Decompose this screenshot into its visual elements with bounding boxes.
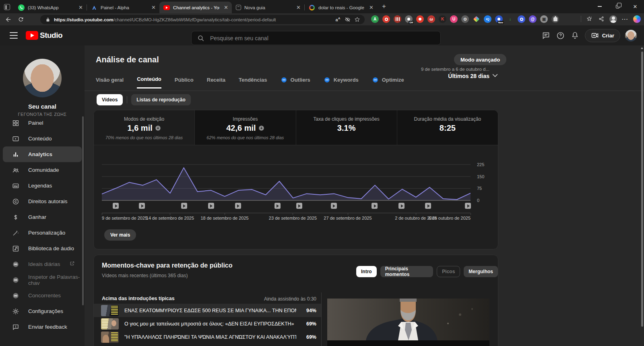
video-upload-marker-icon[interactable]	[275, 203, 281, 209]
metric-card[interactable]: Taxa de cliques de impressões3.1%	[296, 110, 397, 145]
tab-visao-geral[interactable]: Visão geral	[96, 76, 124, 89]
ext-flag-new-icon[interactable]: New	[495, 15, 503, 23]
minimize-button[interactable]	[591, 0, 609, 13]
metric-card[interactable]: Modos de exibição1,6 mil70% menos do que…	[94, 110, 195, 145]
ext-vidiq-icon[interactable]: iQ	[484, 15, 491, 23]
ext-gray-gear-icon[interactable]: ⊙	[461, 15, 469, 23]
sidebar-item-ideais-diarias[interactable]: Ideais diárias	[0, 256, 85, 272]
tab-close-icon[interactable]: ✕	[150, 4, 157, 11]
translate-icon[interactable]: aA	[334, 16, 341, 23]
tab-conteudo[interactable]: Conteúdo	[137, 76, 161, 89]
video-upload-marker-icon[interactable]	[208, 203, 214, 209]
chip-videos[interactable]: Vídeos	[97, 94, 123, 105]
sidebar-item-configuracoes[interactable]: Configurações	[0, 303, 85, 319]
video-upload-marker-icon[interactable]	[372, 203, 378, 209]
tab-receita[interactable]: Receita	[207, 76, 225, 89]
sidebar-item-comunidade[interactable]: Comunidade	[0, 162, 85, 178]
favorites-bar-icon[interactable]	[585, 15, 593, 23]
retention-row[interactable]: ΕΝΑΣ ΕΚΑΤΟΜΜΥΡΙΟΥΣ ΕΔΩΣΕ 500 REUS ΣΕ ΜΙΑ…	[94, 304, 321, 317]
workspaces-icon[interactable]	[4, 4, 10, 10]
ext-green-arrow-icon[interactable]: ↓	[506, 15, 514, 23]
new-tab-button[interactable]: +	[379, 1, 389, 12]
advanced-mode-button[interactable]: Modo avançado	[454, 54, 506, 65]
tab-keywords[interactable]: Keywords	[324, 76, 359, 89]
tab-tendencias[interactable]: Tendências	[239, 76, 267, 89]
sidebar-item-analytics[interactable]: Analytics	[3, 146, 82, 162]
sidebar-item-personalizacao[interactable]: Personalização	[0, 225, 85, 241]
video-upload-marker-icon[interactable]	[235, 203, 241, 209]
browser-tab-whatsapp[interactable]: (33) WhatsApp✕	[14, 2, 87, 13]
ext-lock-off-icon[interactable]: Off	[405, 15, 413, 23]
tab-close-icon[interactable]: ✕	[223, 4, 229, 11]
search-input[interactable]	[209, 35, 435, 42]
menu-hamburger-icon[interactable]	[10, 32, 18, 39]
sidebar-item-concorrentes[interactable]: Concorrentes	[0, 288, 85, 303]
browser-tab-google[interactable]: dolar to reais - Google Search✕	[305, 2, 377, 13]
views-area-chart[interactable]	[102, 161, 471, 204]
metric-card[interactable]: Duração média da visualização8:25	[397, 110, 498, 145]
tab-optimize[interactable]: Optimize	[372, 76, 404, 89]
video-upload-marker-icon[interactable]	[465, 203, 471, 209]
tab-close-icon[interactable]: ✕	[77, 4, 84, 11]
chevron-down-icon[interactable]	[491, 71, 499, 79]
video-upload-marker-icon[interactable]	[398, 203, 405, 209]
close-button[interactable]: ✕	[626, 0, 644, 13]
see-more-button[interactable]: Ver mais	[104, 229, 136, 241]
youtube-studio-logo[interactable]: Studio	[26, 31, 62, 40]
address-bar[interactable]: https://studio.youtube.com/channel/UCBzM…	[40, 15, 365, 24]
ext-pink-shield-icon[interactable]: U	[450, 15, 458, 23]
back-button[interactable]	[3, 14, 13, 24]
ext-gray-cubes-icon[interactable]: ▣	[540, 15, 548, 23]
ext-green-a-icon[interactable]: A	[371, 15, 379, 23]
copilot-icon[interactable]	[633, 15, 641, 23]
more-menu-icon[interactable]: ···	[621, 15, 629, 23]
sidebar-item-enviar-feedback[interactable]: Enviar feedback	[0, 319, 85, 335]
video-upload-marker-icon[interactable]	[139, 203, 145, 209]
tab-outliers[interactable]: Outliers	[281, 76, 310, 89]
retention-row[interactable]: Ο γιος μου με ταπείνωσε μπροστά σε όλους…	[94, 317, 321, 330]
video-upload-marker-icon[interactable]	[113, 203, 119, 209]
ext-red-panda-icon[interactable]: ω	[427, 15, 435, 23]
tab-publico[interactable]: Público	[175, 76, 194, 89]
retention-button-mergulhos[interactable]: Mergulhos	[464, 266, 498, 277]
account-avatar[interactable]	[625, 30, 637, 41]
sidebar-item-inspetor-de-palavras-chav[interactable]: Inspetor de Palavras-chav	[0, 272, 85, 288]
retention-button-principais-momentos[interactable]: Principais momentos	[380, 266, 433, 277]
sidebar-scrollbar[interactable]	[82, 116, 84, 305]
channel-avatar[interactable]	[23, 59, 62, 97]
video-upload-marker-icon[interactable]	[425, 203, 431, 209]
help-icon[interactable]	[556, 31, 566, 40]
page-scrollbar[interactable]	[641, 51, 643, 327]
ext-purple-print-icon[interactable]: @	[529, 15, 537, 23]
retention-button-intro[interactable]: Intro	[356, 266, 377, 277]
share-icon[interactable]	[597, 15, 605, 23]
create-button[interactable]: Criar	[585, 29, 620, 42]
video-upload-marker-icon[interactable]	[296, 203, 302, 209]
notifications-bell-icon[interactable]	[570, 31, 580, 40]
favorite-star-icon[interactable]	[354, 16, 361, 23]
sidebar-item-biblioteca-de-audio[interactable]: Biblioteca de áudio	[0, 241, 85, 256]
browser-tab-newtab[interactable]: Nova guia✕	[232, 2, 304, 13]
retention-row[interactable]: "Η ΥΠΆΛΛΗΛΟΣ ΠΛΗΡΏΝΕΙ ΤΑ ΨΏΝΙΑ ΜΙΑΣ ΑΓΝΏ…	[94, 330, 321, 344]
browser-tab-youtube[interactable]: Channel analytics - YouTube Studi✕	[159, 2, 232, 13]
ext-red-chart-icon[interactable]	[394, 15, 401, 23]
browser-tab-alpha[interactable]: Painel - Alpha✕	[87, 2, 159, 13]
metric-card[interactable]: Impressões42,6 mil62% menos do que nos ú…	[195, 110, 296, 145]
sidebar-item-legendas[interactable]: Legendas	[0, 178, 85, 194]
ext-red-dot-icon[interactable]	[416, 15, 424, 23]
refresh-button[interactable]	[16, 14, 26, 24]
restore-button[interactable]	[609, 0, 626, 13]
video-upload-marker-icon[interactable]	[331, 203, 337, 209]
eye-off-icon[interactable]	[344, 16, 351, 23]
tab-close-icon[interactable]: ✕	[368, 4, 375, 11]
ext-blue-orb-icon[interactable]	[518, 15, 525, 23]
ext-k-dark-icon[interactable]: K	[439, 15, 446, 23]
ext-recorder-icon[interactable]	[382, 15, 390, 23]
scrollbar-up-arrow[interactable]	[641, 47, 643, 49]
browser-profile-avatar[interactable]	[609, 15, 617, 23]
ext-puzzle-icon[interactable]	[551, 15, 559, 23]
tab-close-icon[interactable]: ✕	[295, 4, 302, 11]
channel-search[interactable]	[191, 31, 441, 45]
video-preview[interactable]	[327, 299, 489, 340]
feedback-comment-icon[interactable]	[541, 31, 551, 40]
